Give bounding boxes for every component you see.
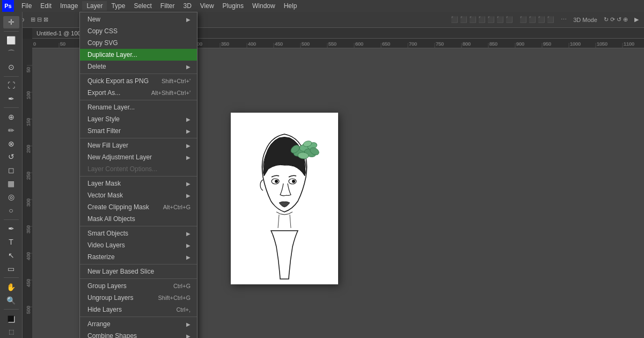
menu-type[interactable]: Type bbox=[107, 1, 129, 11]
menu-file[interactable]: File bbox=[17, 1, 36, 11]
move-tool[interactable]: ✛ bbox=[3, 16, 19, 28]
more-options[interactable]: ⋯ bbox=[559, 15, 569, 24]
menu-plugins[interactable]: Plugins bbox=[218, 1, 248, 11]
menu-item-hide-layers[interactable]: Hide Layers Ctrl+, bbox=[80, 304, 197, 315]
gradient-tool[interactable]: ▦ bbox=[3, 178, 19, 190]
menu-item-layer-mask-arrow: ▶ bbox=[186, 181, 191, 187]
menu-item-layer-style-label: Layer Style bbox=[87, 115, 120, 123]
foreground-color[interactable]: ◼ bbox=[3, 312, 19, 325]
menu-item-new[interactable]: New ▶ bbox=[80, 13, 197, 25]
menu-item-export-as[interactable]: Export As... Alt+Shift+Ctrl+' bbox=[80, 87, 197, 99]
menu-section-8: Group Layers Ctrl+G Ungroup Layers Shift… bbox=[80, 279, 197, 317]
blur-tool[interactable]: ◎ bbox=[3, 191, 19, 203]
quick-select-tool[interactable]: ⊙ bbox=[3, 61, 19, 74]
menu-item-ungroup-layers[interactable]: Ungroup Layers Shift+Ctrl+G bbox=[80, 292, 197, 304]
menu-item-new-layer-based-slice[interactable]: New Layer Based Slice bbox=[80, 266, 197, 277]
menu-window[interactable]: Window bbox=[248, 1, 280, 11]
menu-3d[interactable]: 3D bbox=[179, 1, 195, 11]
hand-tool[interactable]: ✋ bbox=[3, 281, 19, 293]
shape-tool[interactable]: ▭ bbox=[3, 262, 19, 275]
menu-item-layer-style[interactable]: Layer Style ▶ bbox=[80, 113, 197, 125]
menu-item-rasterize[interactable]: Rasterize ▶ bbox=[80, 251, 197, 263]
menu-item-copy-css[interactable]: Copy CSS bbox=[80, 25, 197, 37]
menu-item-copy-svg[interactable]: Copy SVG bbox=[80, 37, 197, 49]
svg-text:1050: 1050 bbox=[597, 41, 608, 47]
menu-edit[interactable]: Edit bbox=[36, 1, 56, 11]
menu-item-hide-layers-label: Hide Layers bbox=[87, 306, 122, 313]
ruler-left: 50 100 150 200 250 300 350 400 450 500 bbox=[23, 39, 32, 338]
menu-item-new-adjustment-layer[interactable]: New Adjustment Layer ▶ bbox=[80, 151, 197, 163]
history-brush-tool[interactable]: ↺ bbox=[3, 151, 19, 163]
menu-section-3: Rename Layer... Layer Style ▶ Smart Filt… bbox=[80, 100, 197, 138]
menu-bar: Ps File Edit Image Layer Type Select Fil… bbox=[0, 0, 644, 12]
tool-separator-2 bbox=[4, 76, 19, 77]
menu-item-create-clipping-mask[interactable]: Create Clipping Mask Alt+Ctrl+G bbox=[80, 201, 197, 213]
menu-item-delete[interactable]: Delete ▶ bbox=[80, 61, 197, 72]
menu-item-new-label: New bbox=[87, 16, 100, 23]
zoom-tool[interactable]: 🔍 bbox=[3, 294, 19, 306]
eraser-tool[interactable]: ◻ bbox=[3, 164, 19, 177]
menu-item-quick-export[interactable]: Quick Export as PNG Shift+Ctrl+' bbox=[80, 75, 197, 87]
type-tool[interactable]: T bbox=[3, 236, 19, 248]
svg-rect-46 bbox=[23, 39, 32, 338]
menu-item-rasterize-label: Rasterize bbox=[87, 253, 115, 261]
svg-text:850: 850 bbox=[489, 41, 497, 47]
menu-item-smart-filter-arrow: ▶ bbox=[186, 128, 191, 134]
menu-item-rename-layer[interactable]: Rename Layer... bbox=[80, 101, 197, 113]
menu-item-rasterize-arrow: ▶ bbox=[186, 254, 191, 260]
tool-separator-4 bbox=[4, 219, 19, 220]
eyedropper-tool[interactable]: ✒ bbox=[3, 92, 19, 105]
svg-text:550: 550 bbox=[328, 41, 336, 47]
left-toolbar: ✛ ⬜ ⌒ ⊙ ⛶ ✒ ⊕ ✏ ⊗ ↺ ◻ ▦ ◎ ○ ✒ T ↖ ▭ ✋ 🔍 … bbox=[0, 12, 23, 338]
menu-item-layer-mask[interactable]: Layer Mask ▶ bbox=[80, 178, 197, 189]
svg-text:400: 400 bbox=[26, 252, 31, 260]
menu-item-create-clipping-mask-label: Create Clipping Mask bbox=[87, 203, 149, 211]
brush-tool[interactable]: ✏ bbox=[3, 124, 19, 136]
menu-item-video-layers[interactable]: Video Layers ▶ bbox=[80, 239, 197, 251]
menu-filter[interactable]: Filter bbox=[156, 1, 179, 11]
svg-text:950: 950 bbox=[543, 41, 551, 47]
menu-item-export-as-shortcut: Alt+Shift+Ctrl+' bbox=[151, 90, 191, 96]
menu-item-new-fill-layer[interactable]: New Fill Layer ▶ bbox=[80, 139, 197, 151]
quick-mask-toggle[interactable]: ⬚ bbox=[3, 326, 19, 338]
dodge-tool[interactable]: ○ bbox=[3, 204, 19, 217]
menu-layer[interactable]: Layer bbox=[82, 1, 107, 11]
lasso-tool[interactable]: ⌒ bbox=[3, 48, 19, 60]
menu-item-group-layers[interactable]: Group Layers Ctrl+G bbox=[80, 280, 197, 292]
pen-tool[interactable]: ✒ bbox=[3, 223, 19, 235]
svg-point-71 bbox=[292, 180, 295, 183]
svg-text:0: 0 bbox=[33, 41, 36, 47]
align-icons: ⬛ ⬛ ⬛ ⬛ ⬛ ⬛ ⬛ bbox=[449, 15, 515, 24]
menu-item-vector-mask[interactable]: Vector Mask ▶ bbox=[80, 189, 197, 201]
menu-item-export-as-label: Export As... bbox=[87, 89, 120, 97]
svg-text:450: 450 bbox=[26, 279, 31, 287]
marquee-tool[interactable]: ⬜ bbox=[3, 34, 19, 47]
menu-image[interactable]: Image bbox=[56, 1, 82, 11]
path-select-tool[interactable]: ↖ bbox=[3, 249, 19, 262]
menu-item-delete-arrow: ▶ bbox=[186, 64, 191, 70]
svg-text:200: 200 bbox=[26, 145, 31, 153]
menu-item-layer-style-arrow: ▶ bbox=[186, 116, 191, 122]
menu-view[interactable]: View bbox=[196, 1, 218, 11]
healing-tool[interactable]: ⊕ bbox=[3, 111, 19, 123]
svg-text:50: 50 bbox=[60, 41, 65, 47]
menu-item-combine-shapes[interactable]: Combine Shapes ▶ bbox=[80, 330, 197, 338]
menu-help[interactable]: Help bbox=[280, 1, 302, 11]
svg-point-69 bbox=[275, 180, 278, 183]
menu-item-mask-all-objects[interactable]: Mask All Objects bbox=[80, 213, 197, 225]
menu-item-smart-filter[interactable]: Smart Filter ▶ bbox=[80, 125, 197, 137]
menu-item-ungroup-layers-shortcut: Shift+Ctrl+G bbox=[158, 295, 191, 301]
menu-item-arrange[interactable]: Arrange ▶ bbox=[80, 318, 197, 330]
tool-separator-1 bbox=[4, 31, 19, 32]
menu-item-smart-objects[interactable]: Smart Objects ▶ bbox=[80, 227, 197, 239]
menu-item-new-layer-based-slice-label: New Layer Based Slice bbox=[87, 268, 154, 275]
menu-item-layer-content-options-label: Layer Content Options... bbox=[87, 165, 157, 173]
clone-tool[interactable]: ⊗ bbox=[3, 137, 19, 150]
crop-tool[interactable]: ⛶ bbox=[3, 79, 19, 91]
menu-item-combine-shapes-arrow: ▶ bbox=[186, 333, 191, 339]
svg-text:300: 300 bbox=[26, 199, 31, 207]
menu-item-vector-mask-label: Vector Mask bbox=[87, 192, 123, 199]
menu-section-7: New Layer Based Slice bbox=[80, 264, 197, 279]
menu-item-duplicate-layer[interactable]: Duplicate Layer... bbox=[80, 49, 197, 61]
menu-select[interactable]: Select bbox=[129, 1, 156, 11]
